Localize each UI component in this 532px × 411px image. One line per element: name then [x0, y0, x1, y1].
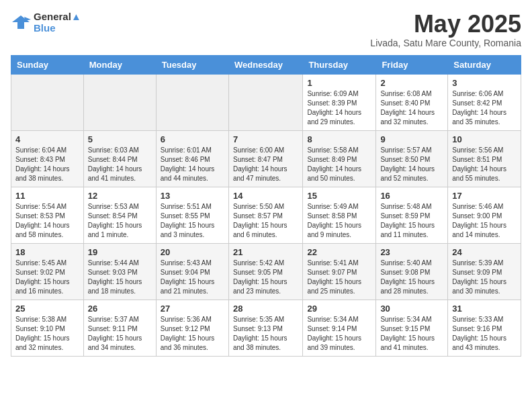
- logo-text: General▲ Blue: [34, 11, 81, 34]
- weekday-header-thursday: Thursday: [303, 55, 376, 74]
- day-info: Sunrise: 5:46 AM Sunset: 9:00 PM Dayligh…: [452, 202, 517, 240]
- day-info: Sunrise: 5:58 AM Sunset: 8:49 PM Dayligh…: [307, 146, 371, 183]
- day-number: 13: [161, 191, 224, 201]
- calendar-cell: 12Sunrise: 5:53 AM Sunset: 8:54 PM Dayli…: [83, 187, 156, 243]
- day-number: 6: [161, 134, 224, 144]
- title-section: May 2025 Livada, Satu Mare County, Roman…: [370, 11, 521, 48]
- day-number: 29: [307, 304, 371, 314]
- calendar-table: SundayMondayTuesdayWednesdayThursdayFrid…: [11, 55, 521, 357]
- calendar-cell: 16Sunrise: 5:48 AM Sunset: 8:59 PM Dayli…: [376, 187, 448, 243]
- weekday-header-tuesday: Tuesday: [156, 55, 228, 74]
- calendar-cell: 7Sunrise: 6:00 AM Sunset: 8:47 PM Daylig…: [228, 130, 302, 187]
- calendar-cell: 21Sunrise: 5:42 AM Sunset: 9:05 PM Dayli…: [228, 243, 302, 300]
- calendar-cell: 23Sunrise: 5:40 AM Sunset: 9:08 PM Dayli…: [376, 243, 448, 300]
- calendar-cell: 29Sunrise: 5:34 AM Sunset: 9:14 PM Dayli…: [303, 300, 376, 356]
- day-number: 14: [233, 191, 298, 201]
- calendar-cell: 17Sunrise: 5:46 AM Sunset: 9:00 PM Dayli…: [448, 187, 521, 243]
- day-info: Sunrise: 5:48 AM Sunset: 8:59 PM Dayligh…: [380, 202, 443, 240]
- day-info: Sunrise: 5:38 AM Sunset: 9:10 PM Dayligh…: [15, 315, 79, 353]
- day-info: Sunrise: 5:44 AM Sunset: 9:03 PM Dayligh…: [88, 259, 152, 296]
- calendar-cell: 27Sunrise: 5:36 AM Sunset: 9:12 PM Dayli…: [156, 300, 228, 356]
- day-number: 27: [161, 304, 224, 314]
- calendar-cell: 19Sunrise: 5:44 AM Sunset: 9:03 PM Dayli…: [83, 243, 156, 300]
- day-number: 15: [307, 191, 371, 201]
- svg-marker-0: [12, 15, 30, 29]
- day-info: Sunrise: 5:33 AM Sunset: 9:16 PM Dayligh…: [452, 315, 517, 353]
- day-number: 2: [380, 78, 443, 88]
- day-info: Sunrise: 5:39 AM Sunset: 9:09 PM Dayligh…: [452, 259, 517, 296]
- day-number: 5: [88, 134, 152, 144]
- day-number: 30: [380, 304, 443, 314]
- day-info: Sunrise: 6:06 AM Sunset: 8:42 PM Dayligh…: [452, 89, 517, 127]
- calendar-cell: [156, 74, 228, 130]
- day-info: Sunrise: 5:57 AM Sunset: 8:50 PM Dayligh…: [380, 146, 443, 183]
- calendar-cell: 2Sunrise: 6:08 AM Sunset: 8:40 PM Daylig…: [376, 74, 448, 130]
- day-number: 18: [15, 247, 79, 257]
- calendar-cell: 25Sunrise: 5:38 AM Sunset: 9:10 PM Dayli…: [11, 300, 84, 356]
- day-number: 20: [161, 247, 224, 257]
- calendar-cell: 1Sunrise: 6:09 AM Sunset: 8:39 PM Daylig…: [303, 74, 376, 130]
- logo-bird-icon: [11, 13, 31, 32]
- day-number: 25: [15, 304, 79, 314]
- day-info: Sunrise: 5:41 AM Sunset: 9:07 PM Dayligh…: [307, 259, 371, 296]
- day-info: Sunrise: 5:40 AM Sunset: 9:08 PM Dayligh…: [380, 259, 443, 296]
- weekday-header-row: SundayMondayTuesdayWednesdayThursdayFrid…: [11, 55, 521, 74]
- day-info: Sunrise: 5:45 AM Sunset: 9:02 PM Dayligh…: [15, 259, 79, 296]
- calendar-cell: [83, 74, 156, 130]
- calendar-cell: 15Sunrise: 5:49 AM Sunset: 8:58 PM Dayli…: [303, 187, 376, 243]
- calendar-cell: 10Sunrise: 5:56 AM Sunset: 8:51 PM Dayli…: [448, 130, 521, 187]
- calendar-cell: 8Sunrise: 5:58 AM Sunset: 8:49 PM Daylig…: [303, 130, 376, 187]
- day-info: Sunrise: 5:42 AM Sunset: 9:05 PM Dayligh…: [233, 259, 298, 296]
- calendar-cell: 22Sunrise: 5:41 AM Sunset: 9:07 PM Dayli…: [303, 243, 376, 300]
- calendar-week-3: 11Sunrise: 5:54 AM Sunset: 8:53 PM Dayli…: [11, 187, 521, 243]
- day-number: 19: [88, 247, 152, 257]
- day-info: Sunrise: 6:09 AM Sunset: 8:39 PM Dayligh…: [307, 89, 371, 127]
- day-info: Sunrise: 5:34 AM Sunset: 9:15 PM Dayligh…: [380, 315, 443, 353]
- location: Livada, Satu Mare County, Romania: [370, 38, 521, 48]
- calendar-week-2: 4Sunrise: 6:04 AM Sunset: 8:43 PM Daylig…: [11, 130, 521, 187]
- day-number: 23: [380, 247, 443, 257]
- calendar-cell: 6Sunrise: 6:01 AM Sunset: 8:46 PM Daylig…: [156, 130, 228, 187]
- calendar-cell: 11Sunrise: 5:54 AM Sunset: 8:53 PM Dayli…: [11, 187, 84, 243]
- day-number: 12: [88, 191, 152, 201]
- weekday-header-friday: Friday: [376, 55, 448, 74]
- weekday-header-wednesday: Wednesday: [228, 55, 302, 74]
- calendar-cell: 5Sunrise: 6:03 AM Sunset: 8:44 PM Daylig…: [83, 130, 156, 187]
- calendar-cell: 4Sunrise: 6:04 AM Sunset: 8:43 PM Daylig…: [11, 130, 84, 187]
- day-info: Sunrise: 5:54 AM Sunset: 8:53 PM Dayligh…: [15, 202, 79, 240]
- day-info: Sunrise: 6:00 AM Sunset: 8:47 PM Dayligh…: [233, 146, 298, 183]
- day-info: Sunrise: 6:01 AM Sunset: 8:46 PM Dayligh…: [161, 146, 224, 183]
- day-info: Sunrise: 5:49 AM Sunset: 8:58 PM Dayligh…: [307, 202, 371, 240]
- day-info: Sunrise: 5:37 AM Sunset: 9:11 PM Dayligh…: [88, 315, 152, 353]
- day-info: Sunrise: 5:51 AM Sunset: 8:55 PM Dayligh…: [161, 202, 224, 240]
- day-info: Sunrise: 6:03 AM Sunset: 8:44 PM Dayligh…: [88, 146, 152, 183]
- day-number: 16: [380, 191, 443, 201]
- calendar-week-1: 1Sunrise: 6:09 AM Sunset: 8:39 PM Daylig…: [11, 74, 521, 130]
- calendar-cell: 3Sunrise: 6:06 AM Sunset: 8:42 PM Daylig…: [448, 74, 521, 130]
- day-info: Sunrise: 5:50 AM Sunset: 8:57 PM Dayligh…: [233, 202, 298, 240]
- month-title: May 2025: [370, 11, 521, 38]
- weekday-header-monday: Monday: [83, 55, 156, 74]
- day-number: 17: [452, 191, 517, 201]
- logo: General▲ Blue: [11, 11, 81, 34]
- day-number: 4: [15, 134, 79, 144]
- day-number: 26: [88, 304, 152, 314]
- day-number: 8: [307, 134, 371, 144]
- page-header: General▲ Blue May 2025 Livada, Satu Mare…: [11, 11, 521, 48]
- calendar-cell: 18Sunrise: 5:45 AM Sunset: 9:02 PM Dayli…: [11, 243, 84, 300]
- calendar-cell: 26Sunrise: 5:37 AM Sunset: 9:11 PM Dayli…: [83, 300, 156, 356]
- calendar-cell: [228, 74, 302, 130]
- day-info: Sunrise: 5:35 AM Sunset: 9:13 PM Dayligh…: [233, 315, 298, 353]
- calendar-week-5: 25Sunrise: 5:38 AM Sunset: 9:10 PM Dayli…: [11, 300, 521, 356]
- day-number: 10: [452, 134, 517, 144]
- day-number: 11: [15, 191, 79, 201]
- day-number: 24: [452, 247, 517, 257]
- calendar-cell: 9Sunrise: 5:57 AM Sunset: 8:50 PM Daylig…: [376, 130, 448, 187]
- calendar-cell: 14Sunrise: 5:50 AM Sunset: 8:57 PM Dayli…: [228, 187, 302, 243]
- calendar-cell: 31Sunrise: 5:33 AM Sunset: 9:16 PM Dayli…: [448, 300, 521, 356]
- calendar-cell: [11, 74, 84, 130]
- day-info: Sunrise: 5:43 AM Sunset: 9:04 PM Dayligh…: [161, 259, 224, 296]
- day-number: 21: [233, 247, 298, 257]
- calendar-cell: 20Sunrise: 5:43 AM Sunset: 9:04 PM Dayli…: [156, 243, 228, 300]
- day-info: Sunrise: 6:04 AM Sunset: 8:43 PM Dayligh…: [15, 146, 79, 183]
